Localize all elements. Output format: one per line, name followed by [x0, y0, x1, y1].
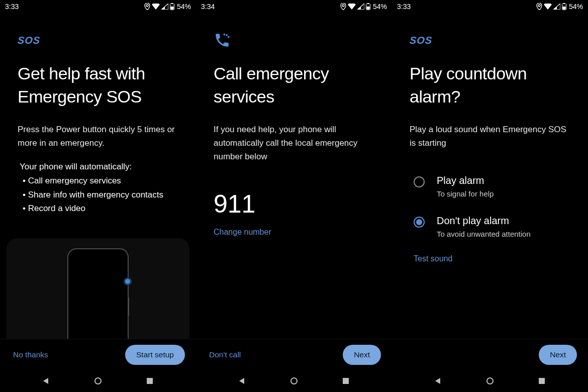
- radio-text: Play alarm To signal for help: [437, 175, 494, 198]
- change-number-link[interactable]: Change number: [214, 228, 374, 237]
- radio-subtitle: To avoid unwanted attention: [437, 230, 531, 238]
- battery-percent: 54%: [177, 3, 191, 11]
- content: Call emergency services If you need help…: [196, 13, 392, 339]
- list-intro: Your phone will automatically:: [18, 162, 178, 172]
- nav-recent-icon[interactable]: [340, 375, 352, 387]
- phone-icon: [214, 32, 374, 48]
- page-title: Get help fast with Emergency SOS: [18, 62, 178, 109]
- svg-point-9: [226, 34, 228, 36]
- radio-icon-checked: [414, 217, 425, 228]
- svg-rect-17: [539, 378, 545, 384]
- test-sound-link[interactable]: Test sound: [410, 254, 570, 263]
- nav-back-icon[interactable]: [432, 375, 444, 387]
- nav-home-icon[interactable]: [288, 375, 300, 387]
- battery-icon: [170, 3, 174, 10]
- svg-rect-7: [366, 7, 369, 10]
- svg-rect-1: [171, 3, 173, 4]
- navigation-bar: [0, 370, 196, 392]
- screen-call-services: 3:34 54% Call emergency services If you …: [196, 0, 392, 392]
- radio-subtitle: To signal for help: [437, 189, 494, 198]
- radio-icon: [414, 176, 425, 187]
- svg-point-11: [291, 378, 297, 384]
- nav-recent-icon[interactable]: [144, 375, 156, 387]
- status-bar: 3:34 54%: [196, 0, 392, 13]
- bullet-item: Record a video: [18, 202, 178, 216]
- svg-point-10: [228, 36, 230, 38]
- page-subtitle: If you need help, your phone will automa…: [214, 123, 374, 164]
- content: SOS Get help fast with Emergency SOS Pre…: [0, 13, 196, 339]
- wifi-icon: [348, 4, 356, 10]
- next-button[interactable]: Next: [539, 345, 577, 365]
- bullet-item: Share info with emergency contacts: [18, 188, 178, 202]
- svg-point-16: [487, 378, 493, 384]
- page-title: Call emergency services: [214, 62, 374, 109]
- page-title: Play countdown alarm?: [410, 62, 570, 109]
- navigation-bar: [392, 370, 588, 392]
- content: SOS Play countdown alarm? Play a loud so…: [392, 13, 588, 339]
- svg-point-3: [95, 378, 101, 384]
- svg-rect-15: [562, 7, 565, 10]
- location-icon: [340, 3, 346, 10]
- radio-title: Don't play alarm: [437, 215, 531, 227]
- location-icon: [144, 3, 150, 10]
- dont-call-button[interactable]: Don't call: [207, 347, 243, 362]
- footer: No thanks Start setup: [0, 339, 196, 370]
- status-bar: 3:33 54%: [392, 0, 588, 13]
- footer: Next: [392, 339, 588, 370]
- status-time: 3:33: [397, 3, 411, 11]
- signal-icon: [357, 4, 364, 10]
- signal-icon: [161, 4, 168, 10]
- no-thanks-button[interactable]: No thanks: [11, 347, 50, 362]
- feature-list: Your phone will automatically: Call emer…: [18, 162, 178, 216]
- battery-icon: [366, 3, 370, 10]
- svg-rect-2: [170, 7, 173, 10]
- nav-home-icon[interactable]: [92, 375, 104, 387]
- battery-icon: [562, 3, 566, 10]
- signal-icon: [553, 4, 560, 10]
- radio-title: Play alarm: [437, 175, 494, 186]
- svg-rect-6: [367, 3, 369, 4]
- status-right: 54%: [536, 3, 583, 11]
- status-right: 54%: [340, 3, 387, 11]
- wifi-icon: [544, 4, 552, 10]
- battery-percent: 54%: [373, 3, 387, 11]
- navigation-bar: [196, 370, 392, 392]
- svg-rect-4: [147, 378, 153, 384]
- nav-home-icon[interactable]: [484, 375, 496, 387]
- page-subtitle: Press the Power button quickly 5 times o…: [18, 123, 178, 150]
- screen-sos-intro: 3:33 54% SOS Get help fast with Emergenc…: [0, 0, 196, 392]
- emergency-number: 911: [214, 189, 374, 219]
- status-bar: 3:33 54%: [0, 0, 196, 13]
- wifi-icon: [152, 4, 160, 10]
- status-right: 54%: [144, 3, 191, 11]
- svg-point-8: [223, 34, 225, 36]
- sos-icon: SOS: [410, 32, 570, 48]
- status-time: 3:33: [5, 3, 19, 11]
- svg-rect-12: [343, 378, 349, 384]
- nav-back-icon[interactable]: [40, 375, 52, 387]
- nav-recent-icon[interactable]: [536, 375, 548, 387]
- phone-illustration: [7, 238, 189, 339]
- next-button[interactable]: Next: [343, 345, 381, 365]
- svg-rect-14: [563, 3, 565, 4]
- status-time: 3:34: [201, 3, 215, 11]
- sos-icon: SOS: [18, 32, 178, 48]
- nav-back-icon[interactable]: [236, 375, 248, 387]
- page-subtitle: Play a loud sound when Emergency SOS is …: [410, 123, 570, 150]
- radio-text: Don't play alarm To avoid unwanted atten…: [437, 215, 531, 238]
- bullet-item: Call emergency services: [18, 174, 178, 188]
- screen-countdown-alarm: 3:33 54% SOS Play countdown alarm? Play …: [392, 0, 588, 392]
- battery-percent: 54%: [569, 3, 583, 11]
- radio-play-alarm[interactable]: Play alarm To signal for help: [410, 169, 570, 209]
- alarm-options: Play alarm To signal for help Don't play…: [410, 169, 570, 249]
- location-icon: [536, 3, 542, 10]
- start-setup-button[interactable]: Start setup: [125, 345, 185, 365]
- footer: Don't call Next: [196, 339, 392, 370]
- radio-dont-play-alarm[interactable]: Don't play alarm To avoid unwanted atten…: [410, 209, 570, 249]
